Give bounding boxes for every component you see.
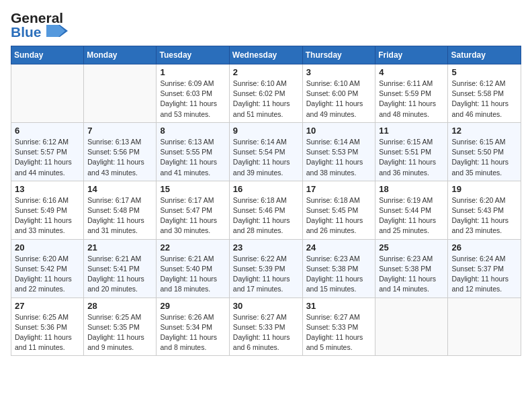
day-info: Sunrise: 6:15 AMSunset: 5:51 PMDaylight:… [379,137,444,178]
day-number: 17 [306,184,372,194]
calendar-cell: 17Sunrise: 6:18 AMSunset: 5:45 PMDayligh… [302,181,375,239]
logo-blue: Blue [11,24,42,40]
day-info: Sunrise: 6:23 AMSunset: 5:38 PMDaylight:… [379,254,444,295]
calendar-cell: 23Sunrise: 6:22 AMSunset: 5:39 PMDayligh… [229,239,302,298]
calendar-cell: 14Sunrise: 6:17 AMSunset: 5:48 PMDayligh… [84,181,157,239]
day-info: Sunrise: 6:26 AMSunset: 5:34 PMDaylight:… [160,312,225,353]
day-info: Sunrise: 6:19 AMSunset: 5:44 PMDaylight:… [379,195,444,236]
day-number: 26 [451,242,517,253]
day-info: Sunrise: 6:16 AMSunset: 5:49 PMDaylight:… [15,195,80,236]
day-info: Sunrise: 6:10 AMSunset: 6:00 PMDaylight:… [306,79,372,120]
calendar-week-2: 6Sunrise: 6:12 AMSunset: 5:57 PMDaylight… [11,122,521,181]
calendar-cell: 27Sunrise: 6:25 AMSunset: 5:36 PMDayligh… [11,298,84,356]
day-info: Sunrise: 6:27 AMSunset: 5:33 PMDaylight:… [233,312,299,353]
calendar-cell: 29Sunrise: 6:26 AMSunset: 5:34 PMDayligh… [157,298,229,356]
day-number: 3 [306,67,372,77]
calendar-cell: 13Sunrise: 6:16 AMSunset: 5:49 PMDayligh… [11,181,84,239]
day-info: Sunrise: 6:17 AMSunset: 5:48 PMDaylight:… [87,195,152,236]
day-info: Sunrise: 6:13 AMSunset: 5:55 PMDaylight:… [160,137,225,178]
calendar-cell: 1Sunrise: 6:09 AMSunset: 6:03 PMDaylight… [157,64,229,123]
day-number: 31 [306,301,372,311]
logo-general: General [11,10,63,26]
calendar-cell: 19Sunrise: 6:20 AMSunset: 5:43 PMDayligh… [448,181,521,239]
calendar-cell: 12Sunrise: 6:15 AMSunset: 5:50 PMDayligh… [448,122,521,181]
calendar-cell [448,298,521,356]
weekday-header-monday: Monday [84,46,157,64]
day-number: 1 [160,67,225,77]
day-info: Sunrise: 6:09 AMSunset: 6:03 PMDaylight:… [160,79,225,120]
calendar-cell: 22Sunrise: 6:21 AMSunset: 5:40 PMDayligh… [157,239,229,298]
day-info: Sunrise: 6:25 AMSunset: 5:36 PMDaylight:… [15,312,80,353]
calendar-cell: 10Sunrise: 6:14 AMSunset: 5:53 PMDayligh… [302,122,375,181]
calendar-cell: 20Sunrise: 6:20 AMSunset: 5:42 PMDayligh… [11,239,84,298]
weekday-header-wednesday: Wednesday [229,46,302,64]
calendar-week-1: 1Sunrise: 6:09 AMSunset: 6:03 PMDaylight… [11,64,521,123]
calendar-cell: 30Sunrise: 6:27 AMSunset: 5:33 PMDayligh… [229,298,302,356]
calendar-cell: 11Sunrise: 6:15 AMSunset: 5:51 PMDayligh… [375,122,448,181]
day-number: 2 [233,67,299,77]
day-number: 12 [451,126,517,136]
day-info: Sunrise: 6:27 AMSunset: 5:33 PMDaylight:… [306,312,372,353]
day-info: Sunrise: 6:10 AMSunset: 6:02 PMDaylight:… [233,79,299,120]
day-number: 27 [15,301,80,311]
calendar-week-5: 27Sunrise: 6:25 AMSunset: 5:36 PMDayligh… [11,298,521,356]
day-number: 30 [233,301,299,311]
day-info: Sunrise: 6:20 AMSunset: 5:42 PMDaylight:… [15,254,80,295]
day-number: 16 [233,184,299,194]
calendar-cell: 18Sunrise: 6:19 AMSunset: 5:44 PMDayligh… [375,181,448,239]
calendar-cell: 8Sunrise: 6:13 AMSunset: 5:55 PMDaylight… [157,122,229,181]
weekday-header-tuesday: Tuesday [157,46,229,64]
day-number: 14 [87,184,152,194]
day-number: 10 [306,126,372,136]
weekday-header-thursday: Thursday [302,46,375,64]
day-number: 29 [160,301,225,311]
logo-icon [46,25,68,37]
day-info: Sunrise: 6:13 AMSunset: 5:56 PMDaylight:… [87,137,152,178]
calendar-cell: 15Sunrise: 6:17 AMSunset: 5:47 PMDayligh… [157,181,229,239]
svg-marker-1 [46,25,65,37]
calendar-cell: 16Sunrise: 6:18 AMSunset: 5:46 PMDayligh… [229,181,302,239]
calendar-cell: 4Sunrise: 6:11 AMSunset: 5:59 PMDaylight… [375,64,448,123]
day-info: Sunrise: 6:20 AMSunset: 5:43 PMDaylight:… [451,195,517,236]
day-info: Sunrise: 6:18 AMSunset: 5:46 PMDaylight:… [233,195,299,236]
weekday-header-sunday: Sunday [11,46,84,64]
weekday-header-saturday: Saturday [448,46,521,64]
page-header: General Blue [11,11,521,39]
day-number: 19 [451,184,517,194]
calendar-week-3: 13Sunrise: 6:16 AMSunset: 5:49 PMDayligh… [11,181,521,239]
calendar-cell: 28Sunrise: 6:25 AMSunset: 5:35 PMDayligh… [84,298,157,356]
day-info: Sunrise: 6:15 AMSunset: 5:50 PMDaylight:… [451,137,517,178]
day-number: 4 [379,67,444,77]
day-info: Sunrise: 6:22 AMSunset: 5:39 PMDaylight:… [233,254,299,295]
calendar-cell: 24Sunrise: 6:23 AMSunset: 5:38 PMDayligh… [302,239,375,298]
calendar-cell: 5Sunrise: 6:12 AMSunset: 5:58 PMDaylight… [448,64,521,123]
day-number: 13 [15,184,80,194]
day-number: 20 [15,242,80,253]
logo-text: General Blue [11,11,68,39]
day-number: 25 [379,242,444,253]
day-info: Sunrise: 6:12 AMSunset: 5:57 PMDaylight:… [15,137,80,178]
calendar-cell: 25Sunrise: 6:23 AMSunset: 5:38 PMDayligh… [375,239,448,298]
calendar-cell [84,64,157,123]
calendar-cell: 2Sunrise: 6:10 AMSunset: 6:02 PMDaylight… [229,64,302,123]
day-info: Sunrise: 6:18 AMSunset: 5:45 PMDaylight:… [306,195,372,236]
day-info: Sunrise: 6:21 AMSunset: 5:41 PMDaylight:… [87,254,152,295]
day-number: 24 [306,242,372,253]
day-number: 28 [87,301,152,311]
logo: General Blue [11,11,68,39]
day-number: 5 [451,67,517,77]
day-info: Sunrise: 6:11 AMSunset: 5:59 PMDaylight:… [379,79,444,120]
day-number: 7 [87,126,152,136]
day-number: 15 [160,184,225,194]
day-info: Sunrise: 6:21 AMSunset: 5:40 PMDaylight:… [160,254,225,295]
calendar-cell: 7Sunrise: 6:13 AMSunset: 5:56 PMDaylight… [84,122,157,181]
calendar-week-4: 20Sunrise: 6:20 AMSunset: 5:42 PMDayligh… [11,239,521,298]
day-number: 22 [160,242,225,253]
day-info: Sunrise: 6:14 AMSunset: 5:53 PMDaylight:… [306,137,372,178]
day-info: Sunrise: 6:12 AMSunset: 5:58 PMDaylight:… [451,79,517,120]
day-info: Sunrise: 6:17 AMSunset: 5:47 PMDaylight:… [160,195,225,236]
day-number: 8 [160,126,225,136]
calendar-cell: 3Sunrise: 6:10 AMSunset: 6:00 PMDaylight… [302,64,375,123]
day-number: 23 [233,242,299,253]
calendar-cell: 9Sunrise: 6:14 AMSunset: 5:54 PMDaylight… [229,122,302,181]
